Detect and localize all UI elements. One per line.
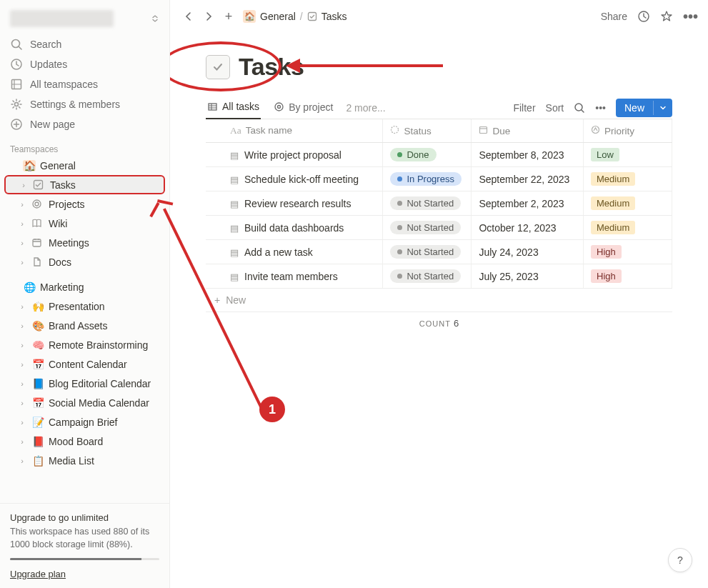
sidebar-item-content-calendar[interactable]: ›📅Content Calendar — [4, 354, 165, 374]
teamspace-marketing[interactable]: 🌐 Marketing — [4, 277, 165, 297]
sidebar-item-remote-brainstorming[interactable]: ›🧠Remote Brainstorming — [4, 335, 165, 354]
sidebar-item-brand-assets[interactable]: ›🎨Brand Assets — [4, 316, 165, 335]
sidebar-item-campaign-brief[interactable]: ›📝Campaign Brief — [4, 412, 165, 432]
breadcrumb-parent[interactable]: General — [260, 11, 296, 22]
sidebar-item-label: Brand Assets — [49, 320, 108, 332]
table-row[interactable]: ▤Write project proposalDoneSeptember 8, … — [206, 143, 672, 167]
sidebar-settings-members[interactable]: Settings & members — [4, 94, 165, 114]
page-icon: ▤ — [230, 223, 239, 234]
svg-rect-11 — [209, 104, 216, 110]
sidebar-item-social-media-calendar[interactable]: ›📅Social Media Calendar — [4, 393, 165, 412]
priority-chip[interactable]: Medium — [591, 172, 635, 186]
teamspace-general[interactable]: 🏠 General — [4, 156, 165, 175]
column-due[interactable]: Due — [472, 119, 584, 143]
sidebar-item-tasks[interactable]: ›Tasks — [4, 175, 165, 194]
status-pill[interactable]: Not Started — [390, 221, 461, 234]
sidebar-item-media-list[interactable]: ›📋Media List — [4, 451, 165, 470]
breadcrumb-separator: / — [300, 11, 303, 22]
new-tab-button[interactable]: + — [220, 8, 237, 25]
column-priority[interactable]: Priority — [584, 119, 672, 143]
table-row[interactable]: ▤Build data dashboardsNot StartedOctober… — [206, 216, 672, 240]
nav-back-button[interactable] — [180, 8, 197, 25]
priority-chip[interactable]: High — [591, 269, 622, 283]
star-icon[interactable] — [660, 10, 673, 23]
sidebar-item-projects[interactable]: ›Projects — [4, 194, 165, 214]
priority-chip[interactable]: Medium — [591, 221, 635, 234]
table-row[interactable]: ▤Invite team membersNot StartedJuly 25, … — [206, 264, 672, 289]
sidebar-updates[interactable]: Updates — [4, 54, 165, 74]
sidebar-item-wiki[interactable]: ›Wiki — [4, 214, 165, 233]
sidebar-item-presentation[interactable]: ›🙌Presentation — [4, 297, 165, 316]
table-row[interactable]: ▤Review research resultsNot StartedSepte… — [206, 191, 672, 216]
new-button[interactable]: New — [616, 99, 672, 117]
status-pill[interactable]: Done — [390, 148, 436, 161]
chevron-right-icon: › — [17, 302, 27, 311]
page-title[interactable]: Tasks — [239, 53, 304, 81]
more-icon[interactable]: ••• — [683, 9, 698, 25]
table-row[interactable]: ▤Schedule kick-off meetingIn ProgressSep… — [206, 167, 672, 191]
search-icon[interactable] — [574, 102, 585, 114]
due-date[interactable]: July 24, 2023 — [472, 240, 584, 264]
table-row[interactable]: ▤Add a new taskNot StartedJuly 24, 2023H… — [206, 240, 672, 264]
priority-chip[interactable]: High — [591, 245, 622, 259]
menu-label: New page — [30, 119, 75, 130]
sidebar-search[interactable]: Search — [4, 34, 165, 54]
upgrade-plan-link[interactable]: Upgrade plan — [10, 569, 159, 579]
sidebar-item-label: Media List — [49, 455, 94, 467]
sidebar-item-meetings[interactable]: ›Meetings — [4, 233, 165, 252]
globe-icon: 🌐 — [23, 281, 36, 293]
status-pill[interactable]: In Progress — [390, 172, 461, 186]
column-task-name[interactable]: AaTask name — [206, 119, 383, 143]
view-tab-label: All tasks — [222, 101, 259, 112]
priority-chip[interactable]: Low — [591, 148, 619, 161]
task-name: Build data dashboards — [244, 222, 344, 234]
add-row-button[interactable]: + New — [206, 289, 672, 312]
clock-icon — [10, 58, 23, 71]
priority-chip[interactable]: Medium — [591, 196, 635, 210]
menu-label: All teamspaces — [30, 79, 98, 90]
due-date[interactable]: July 25, 2023 — [472, 264, 584, 289]
clock-icon[interactable] — [637, 10, 650, 23]
view-tab-by-project[interactable]: By project — [272, 97, 334, 119]
column-status[interactable]: Status — [383, 119, 472, 143]
sidebar-item-label: Projects — [49, 199, 85, 210]
sidebar-item-label: Docs — [49, 256, 71, 268]
status-pill[interactable]: Not Started — [390, 196, 461, 210]
more-icon[interactable]: ••• — [595, 102, 606, 114]
view-tab-label: By project — [289, 101, 333, 113]
page-icon: ▤ — [230, 271, 239, 282]
help-button[interactable]: ? — [668, 548, 692, 572]
chevron-down-icon[interactable] — [653, 101, 672, 115]
sidebar-item-label: Blog Editorial Calendar — [49, 378, 151, 389]
sidebar-item-label: Content Calendar — [49, 359, 127, 370]
db-toolbar: All tasksBy project 2 more... Filter Sor… — [206, 96, 672, 119]
more-views-button[interactable]: 2 more... — [346, 102, 385, 114]
due-date[interactable]: September 22, 2023 — [472, 167, 584, 191]
filter-button[interactable]: Filter — [513, 102, 535, 114]
status-dot-icon — [397, 274, 402, 279]
share-button[interactable]: Share — [601, 11, 627, 22]
due-date[interactable]: October 12, 2023 — [472, 216, 584, 240]
nav-forward-button[interactable] — [200, 8, 217, 25]
due-date[interactable]: September 8, 2023 — [472, 143, 584, 167]
page-icon-checkbox[interactable] — [206, 55, 230, 79]
view-tab-all-tasks[interactable]: All tasks — [206, 96, 261, 119]
status-pill[interactable]: Not Started — [390, 245, 461, 259]
sidebar-item-docs[interactable]: ›Docs — [4, 252, 165, 271]
emoji-icon: 🎨 — [31, 320, 44, 332]
sidebar-item-label: Social Media Calendar — [49, 397, 149, 409]
workspace-switcher[interactable] — [6, 7, 164, 30]
status-pill[interactable]: Not Started — [390, 269, 461, 283]
sidebar-item-mood-board[interactable]: ›📕Mood Board — [4, 432, 165, 451]
emoji-icon: 📕 — [31, 436, 44, 447]
breadcrumb-current[interactable]: Tasks — [321, 11, 347, 22]
sidebar-all-teamspaces[interactable]: All teamspaces — [4, 74, 165, 94]
upgrade-body: This workspace has used 880 of its 1000 … — [10, 526, 159, 551]
book-icon — [31, 218, 44, 229]
sidebar-new-page[interactable]: New page — [4, 114, 165, 134]
sidebar-item-blog-editorial-calendar[interactable]: ›📘Blog Editorial Calendar — [4, 374, 165, 393]
task-name: Review research results — [244, 198, 351, 209]
due-date[interactable]: September 2, 2023 — [472, 191, 584, 216]
menu-label: Settings & members — [30, 99, 120, 110]
sort-button[interactable]: Sort — [546, 102, 564, 114]
